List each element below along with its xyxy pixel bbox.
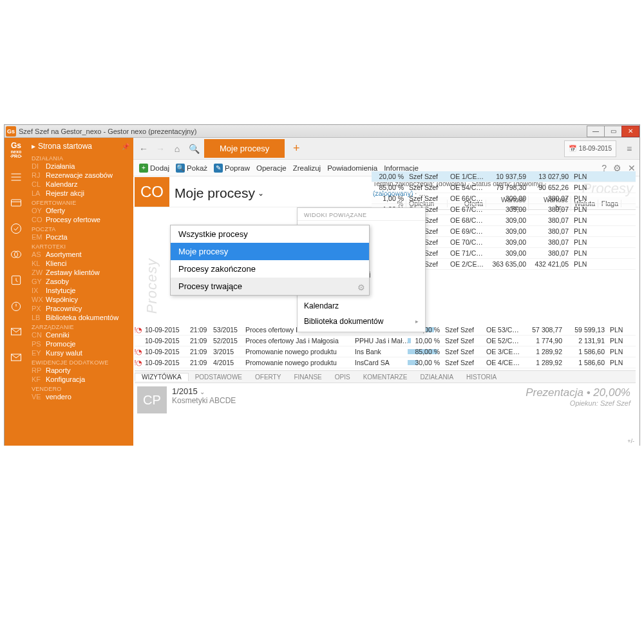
sidebar-item[interactable]: KLKlienci (32, 259, 133, 268)
sidebar-item[interactable]: KFKonfiguracja (32, 375, 133, 384)
detail-tab[interactable]: OFERTY (249, 374, 287, 381)
grid-row[interactable]: 20,00 %Szef SzefOE 1/CE…10 937,5913 027,… (372, 171, 636, 182)
new-tab-button[interactable]: + (289, 142, 304, 155)
sidebar-item[interactable]: IXInstytucje (32, 286, 133, 295)
app-icon: Gs (6, 126, 16, 137)
view-dropdown: Wszystkie procesyMoje procesyProcesy zak… (170, 225, 370, 296)
detail-owner: Opiekun: Szef Szef (526, 399, 630, 407)
icon-rail: Gsnexo·PRO· (5, 138, 28, 446)
grid-row[interactable]: 10-09-201521:0952/2015Proces ofertowy Ja… (135, 336, 636, 346)
check-circle-icon[interactable] (9, 222, 23, 236)
date-picker[interactable]: 📅 18-09-2015 (564, 140, 616, 157)
mail-icon[interactable] (9, 350, 23, 365)
sidebar-section: DZIAŁANIA (32, 155, 133, 162)
sidebar-item[interactable]: DIDziałania (32, 162, 133, 171)
detail-tab[interactable]: DZIAŁANIA (413, 374, 460, 381)
detail-tabs: WIZYTÓWKAPODSTAWOWEOFERTYFINANSEOPISKOME… (135, 370, 636, 383)
detail-card: CP 1/2015 ⌄ Kosmetyki ABCDE Prezentacja … (135, 385, 636, 413)
expand-toggle[interactable]: +/- (627, 438, 634, 444)
sidebar-item[interactable]: RPRaporty (32, 366, 133, 375)
timer-icon[interactable] (9, 299, 23, 313)
grid-row[interactable]: !◔10-09-201521:094/2015Promowanie nowego… (135, 357, 636, 368)
pin-icon[interactable]: 📌 (122, 143, 129, 150)
detail-stage: Prezentacja • 20,00% (526, 386, 630, 399)
sidebar-item[interactable]: CNCenniki (32, 330, 133, 339)
sidebar-item[interactable]: LBBiblioteka dokumentów (32, 313, 133, 322)
back-icon[interactable]: ← (137, 142, 150, 155)
sidebar-section: OFERTOWANIE (32, 200, 133, 206)
detail-tab[interactable]: OPIS (328, 374, 357, 381)
sidebar-item[interactable]: EMPoczta (32, 232, 133, 242)
sidebar-section: VENDERO (32, 386, 133, 392)
overflow-icon[interactable]: ≡ (623, 144, 636, 154)
realize-button[interactable]: Zrealizuj (291, 163, 323, 173)
grid-row[interactable]: 1,00 %Szef SzefOE 66/C…309,00380,07PLN (372, 193, 636, 204)
sidebar-section: KARTOTEKI (32, 243, 133, 250)
related-item[interactable]: Kalendarz (298, 298, 425, 314)
sidebar-item[interactable]: LARejestr akcji (32, 189, 133, 198)
sidebar-section: POCZTA (32, 226, 133, 232)
menu-icon[interactable] (9, 170, 23, 184)
svg-point-1 (12, 224, 21, 234)
mail-check-icon[interactable] (9, 325, 23, 339)
sidebar-start[interactable]: ▸ Strona startowa📌 (32, 140, 133, 153)
detail-number[interactable]: 1/2015 ⌄ (172, 386, 236, 396)
minimize-button[interactable]: — (587, 126, 605, 137)
module-badge: CO (135, 177, 169, 207)
dropdown-option[interactable]: Procesy trwające (171, 278, 369, 295)
sidebar-section: EWIDENCJE DODATKOWE (32, 359, 133, 366)
vertical-ghost: Procesy (135, 244, 169, 328)
grid-row[interactable]: 85,00 %Szef SzefOE 54/C…79 798,3090 652,… (372, 182, 636, 193)
sidebar-section: ZARZĄDZANIE (32, 324, 133, 330)
sidebar-item[interactable]: GYZasoby (32, 277, 133, 286)
logo: Gsnexo·PRO· (10, 142, 22, 158)
detail-tab[interactable]: PODSTAWOWE (189, 374, 249, 381)
sidebar: ▸ Strona startowa📌 DZIAŁANIADIDziałaniaR… (28, 138, 133, 446)
dropdown-option[interactable]: Procesy zakończone (171, 260, 369, 278)
edit-button[interactable]: ✎Popraw (212, 162, 252, 174)
sidebar-item[interactable]: OYOferty (32, 206, 133, 215)
show-button[interactable]: 🔍Pokaż (174, 162, 209, 174)
main-area: ← → ⌂ 🔍 Moje procesy + 📅 18-09-2015 ≡ +D… (133, 138, 639, 446)
sidebar-item[interactable]: VEvendero (32, 392, 133, 401)
detail-subtitle: Kosmetyki ABCDE (172, 396, 236, 405)
view-selector[interactable]: Moje procesy ⌄ (169, 176, 269, 207)
grid-row[interactable]: !◔10-09-201521:093/2015Promowanie nowego… (135, 346, 636, 357)
card-icon[interactable] (9, 196, 23, 210)
clock-square-icon[interactable] (9, 273, 23, 287)
dropdown-settings-icon[interactable]: ⚙ (357, 283, 365, 292)
currency-icon[interactable] (9, 247, 23, 261)
detail-tab[interactable]: FINANSE (287, 374, 328, 381)
detail-tab[interactable]: HISTORIA (460, 374, 503, 381)
active-tab[interactable]: Moje procesy (204, 139, 285, 158)
sidebar-item[interactable]: EYKursy walut (32, 348, 133, 357)
window-title: Szef Szef na Gestor_nexo - Gestor nexo (… (19, 128, 196, 135)
related-item[interactable]: Biblioteka dokumentów▸ (298, 314, 425, 329)
related-header: WIDOKI POWIĄZANE (298, 208, 425, 221)
operations-button[interactable]: Operacje (254, 163, 289, 173)
detail-tab[interactable]: KOMENTARZE (357, 374, 414, 381)
sidebar-item[interactable]: PSPromocje (32, 339, 133, 348)
add-button[interactable]: +Dodaj (137, 162, 171, 174)
svg-rect-0 (12, 200, 21, 206)
app-window: Gs Szef Szef na Gestor_nexo - Gestor nex… (4, 124, 640, 446)
close-button[interactable]: ✕ (621, 126, 639, 137)
tab-bar: ← → ⌂ 🔍 Moje procesy + 📅 18-09-2015 ≡ (133, 138, 639, 160)
search-tab-icon[interactable]: 🔍 (187, 142, 200, 155)
detail-tab[interactable]: WIZYTÓWKA (135, 373, 189, 381)
home-icon[interactable]: ⌂ (171, 142, 184, 155)
sidebar-item[interactable]: COProcesy ofertowe (32, 215, 133, 224)
titlebar: Gs Szef Szef na Gestor_nexo - Gestor nex… (5, 125, 639, 138)
sidebar-item[interactable]: PXPracownicy (32, 304, 133, 313)
dropdown-option[interactable]: Moje procesy (171, 243, 369, 260)
maximize-button[interactable]: ▭ (604, 126, 622, 137)
dropdown-option[interactable]: Wszystkie procesy (171, 225, 369, 243)
sidebar-item[interactable]: ZWZestawy klientów (32, 268, 133, 277)
sidebar-item[interactable]: ASAsortyment (32, 250, 133, 259)
detail-badge: CP (137, 386, 167, 413)
sidebar-item[interactable]: WXWspółnicy (32, 295, 133, 304)
sidebar-item[interactable]: RJRezerwacje zasobów (32, 171, 133, 180)
sidebar-item[interactable]: CLKalendarz (32, 180, 133, 189)
forward-icon[interactable]: → (154, 142, 167, 155)
